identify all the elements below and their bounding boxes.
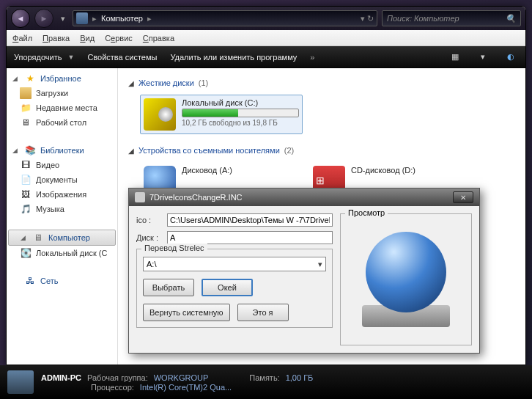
help-icon[interactable]: ◐	[503, 50, 518, 65]
star-icon: ★	[24, 73, 36, 84]
menu-view[interactable]: Вид	[80, 34, 95, 43]
navigation-pane: ◢★Избранное Загрузки 📁Недавние места 🖥Ра…	[7, 68, 118, 365]
about-button[interactable]: Это я	[237, 304, 289, 321]
restore-system-button[interactable]: Вернуть системную	[143, 304, 230, 321]
menu-help[interactable]: Справка	[143, 34, 174, 43]
disk-input[interactable]	[167, 231, 333, 244]
search-icon: 🔍	[506, 14, 516, 23]
breadcrumb-segment[interactable]: Компьютер	[101, 14, 143, 23]
breadcrumb-sep-icon: ▸	[147, 14, 152, 23]
ico-path-input[interactable]	[167, 213, 333, 227]
network-icon: 🖧	[24, 275, 36, 287]
computer-name: ADMIN-PC	[41, 373, 81, 382]
cpu-value: Intel(R) Core(TM)2 Qua...	[140, 383, 232, 392]
collapse-icon: ◢	[128, 79, 134, 87]
search-placeholder: Поиск: Компьютер	[387, 14, 459, 23]
sidebar-documents[interactable]: 📄Документы	[7, 172, 117, 187]
nav-history-dropdown[interactable]: ▾	[58, 11, 68, 26]
recent-icon: 📁	[20, 102, 32, 114]
folder-icon	[20, 87, 32, 99]
menu-edit[interactable]: Правка	[43, 34, 70, 43]
category-hdd[interactable]: ◢ Жесткие диски (1)	[128, 78, 515, 87]
titlebar: ◄ ► ▾ ▸ Компьютер ▸ ▾ ↻ Поиск: Компьютер…	[7, 7, 525, 30]
ok-button[interactable]: Окей	[202, 279, 253, 296]
dialog-title: 7DriveIconsChangeR.INC	[149, 193, 243, 202]
back-button[interactable]: ◄	[11, 9, 30, 28]
icon-preview	[347, 220, 465, 339]
app-icon	[135, 192, 145, 202]
group-legend: Перевод Strelec	[141, 244, 207, 252]
sidebar-network[interactable]: ◢🖧Сеть	[7, 274, 117, 288]
workgroup-label: Рабочая группа:	[87, 373, 148, 382]
sidebar-video[interactable]: 🎞Видео	[7, 158, 117, 172]
disk-label: Диск :	[136, 233, 163, 242]
library-icon: 📚	[24, 144, 36, 156]
drive-name: Дисковод (A:)	[182, 166, 232, 175]
organize-button[interactable]: Упорядочить	[14, 53, 62, 62]
computer-icon	[7, 370, 34, 394]
sidebar-local-c[interactable]: 💽Локальный диск (C	[7, 246, 117, 260]
pictures-icon: 🖼	[20, 188, 32, 200]
breadcrumb-sep-icon: ▸	[92, 14, 97, 23]
video-icon: 🎞	[20, 159, 32, 171]
close-button[interactable]: ✕	[453, 191, 473, 203]
details-pane: ADMIN-PC Рабочая группа: WORKGROUP Памят…	[0, 365, 532, 399]
drive-name: CD-дисковод (D:)	[351, 166, 415, 175]
cpu-label: Процессор:	[91, 383, 134, 392]
preview-group: Просмотр	[340, 213, 472, 345]
command-bar: Упорядочить▼ Свойства системы Удалить ил…	[7, 46, 525, 68]
collapse-icon: ◢	[128, 147, 134, 155]
menubar: Файл Правка Вид Сервис Справка	[7, 30, 525, 46]
overflow-chevron-icon[interactable]: »	[310, 53, 314, 62]
memory-value: 1,00 ГБ	[286, 373, 314, 382]
drive-name: Локальный диск (C:)	[182, 98, 299, 107]
chevron-down-icon: ▼	[67, 54, 74, 61]
chevron-down-icon[interactable]: ▾	[476, 50, 490, 65]
select-button[interactable]: Выбрать	[143, 279, 194, 296]
sidebar-music[interactable]: 🎵Музыка	[7, 202, 117, 216]
desktop-icon: 🖥	[20, 117, 32, 128]
forward-button[interactable]: ►	[34, 9, 53, 28]
music-icon: 🎵	[20, 203, 32, 215]
menu-file[interactable]: Файл	[12, 34, 32, 43]
drive-icons-changer-dialog: 7DriveIconsChangeR.INC ✕ ico : Диск : Пе…	[128, 188, 480, 354]
sidebar-libraries-header[interactable]: ◢📚Библиотеки	[7, 143, 117, 158]
ico-label: ico :	[136, 216, 163, 224]
uninstall-program-button[interactable]: Удалить или изменить программу	[170, 53, 297, 62]
menu-service[interactable]: Сервис	[105, 34, 133, 43]
translate-group: Перевод Strelec A:\ ▾ Выбрать Окей Верну…	[136, 249, 333, 328]
chevron-down-icon: ▾	[318, 260, 322, 269]
preview-legend: Просмотр	[345, 208, 388, 217]
dialog-titlebar[interactable]: 7DriveIconsChangeR.INC ✕	[129, 188, 479, 206]
drive-c[interactable]: Локальный диск (C:) 10,2 ГБ свободно из …	[140, 95, 303, 134]
sidebar-desktop[interactable]: 🖥Рабочий стол	[7, 115, 117, 130]
document-icon: 📄	[20, 174, 32, 186]
drive-icon: 💽	[20, 247, 32, 259]
sidebar-favorites-header[interactable]: ◢★Избранное	[7, 71, 117, 86]
drive-free-text: 10,2 ГБ свободно из 19,8 ГБ	[182, 119, 299, 127]
sidebar-pictures[interactable]: 🖼Изображения	[7, 187, 117, 202]
system-properties-button[interactable]: Свойства системы	[87, 53, 157, 62]
drive-icon	[144, 98, 176, 131]
sidebar-recent[interactable]: 📁Недавние места	[7, 100, 117, 115]
memory-label: Память:	[249, 373, 279, 382]
category-removable[interactable]: ◢ Устройства со съемными носителями (2)	[128, 146, 515, 155]
sidebar-downloads[interactable]: Загрузки	[7, 86, 117, 100]
drive-combo[interactable]: A:\ ▾	[143, 257, 326, 271]
workgroup-value: WORKGROUP	[154, 373, 209, 382]
view-mode-button[interactable]: ▦	[448, 50, 462, 65]
computer-icon: 🖥	[32, 232, 44, 244]
sidebar-computer[interactable]: ◢🖥Компьютер	[8, 230, 116, 246]
search-box[interactable]: Поиск: Компьютер 🔍	[382, 10, 521, 26]
computer-icon	[76, 12, 88, 24]
address-bar[interactable]: ▸ Компьютер ▸ ▾ ↻	[73, 10, 377, 26]
globe-drive-icon	[358, 232, 454, 327]
refresh-dropdown-icon[interactable]: ▾ ↻	[361, 14, 374, 23]
capacity-bar	[182, 109, 299, 117]
